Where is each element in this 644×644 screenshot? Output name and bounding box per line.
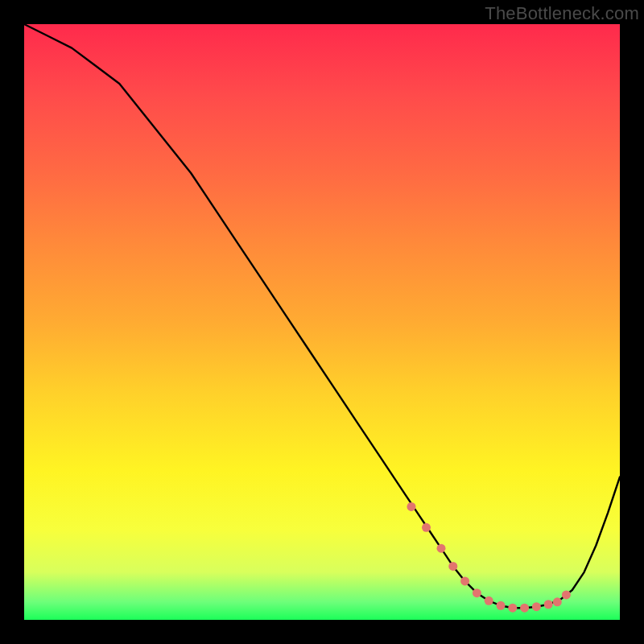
- curve-dot: [544, 600, 553, 609]
- curve-dots: [407, 502, 571, 613]
- curve-dot: [520, 604, 529, 613]
- curve-dot: [532, 602, 541, 611]
- plot-area: [24, 24, 620, 620]
- curve-dot: [448, 562, 457, 571]
- curve-dot: [460, 576, 469, 585]
- curve-dot: [553, 597, 562, 606]
- curve-dot: [473, 588, 481, 597]
- curve-dot: [485, 597, 493, 605]
- curve-layer: [24, 24, 620, 620]
- curve-dot: [407, 502, 416, 511]
- curve-dot: [562, 590, 571, 599]
- watermark-text: TheBottleneck.com: [485, 3, 639, 24]
- curve-dot: [508, 604, 517, 613]
- chart-frame: TheBottleneck.com: [0, 0, 644, 644]
- curve-dot: [437, 544, 446, 553]
- curve-dot: [422, 523, 431, 532]
- bottleneck-curve: [24, 24, 620, 608]
- curve-dot: [497, 601, 506, 610]
